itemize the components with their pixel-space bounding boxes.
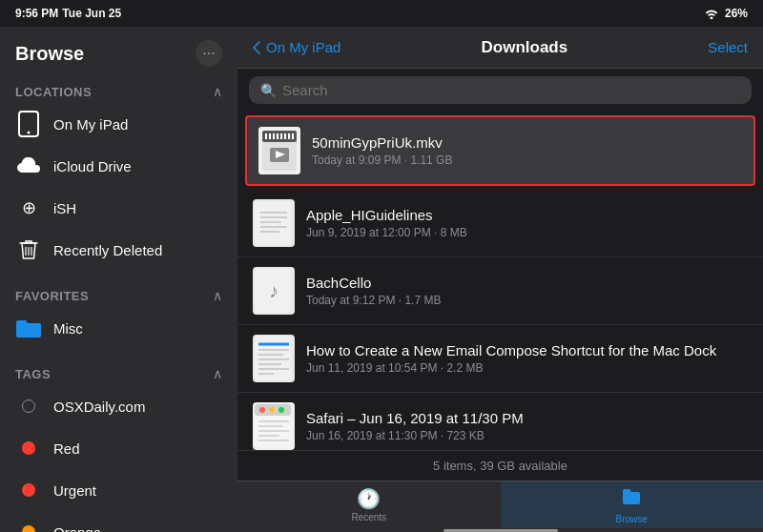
tab-bar: 🕐 Recents Browse: [237, 481, 763, 528]
urgent-label: Urgent: [53, 482, 96, 499]
file-thumbnail-apple: [253, 199, 295, 247]
file-meta-safari: Jun 16, 2019 at 11:30 PM · 723 KB: [306, 429, 748, 442]
recents-label: Recents: [351, 512, 386, 522]
status-icons: 26%: [704, 7, 748, 20]
main-layout: Browse ··· Locations ∧ On My iPad i: [0, 27, 763, 532]
search-icon: 🔍: [260, 83, 277, 98]
sidebar-more-button[interactable]: ···: [196, 40, 222, 67]
urgent-tag-icon: [15, 477, 42, 503]
tags-section-header: Tags ∧: [0, 357, 237, 385]
file-info-safari: Safari – Jun 16, 2019 at 11/30 PM Jun 16…: [306, 410, 748, 442]
date: Tue Jun 25: [62, 7, 121, 20]
svg-rect-6: [262, 131, 297, 142]
misc-folder-icon: [15, 315, 42, 341]
sidebar-item-icloud-drive[interactable]: iCloud Drive: [0, 145, 237, 187]
sidebar-item-on-my-ipad[interactable]: On My iPad: [0, 103, 237, 145]
file-item-bach[interactable]: ♪ BachCello Today at 9:12 PM · 1.7 MB: [237, 257, 763, 325]
locations-chevron-icon[interactable]: ∧: [213, 84, 222, 99]
file-thumbnail-bach: ♪: [253, 267, 295, 315]
file-thumbnail-mkv: [258, 127, 300, 174]
sidebar-item-misc[interactable]: Misc: [0, 307, 237, 349]
file-item-safari[interactable]: Safari – Jun 16, 2019 at 11/30 PM Jun 16…: [237, 393, 763, 450]
red-tag-icon: [15, 435, 42, 461]
time: 9:56 PM: [15, 7, 58, 20]
svg-text:♪: ♪: [269, 280, 278, 301]
bottom-status: 5 items, 39 GB available: [237, 450, 763, 481]
tags-chevron-icon[interactable]: ∧: [213, 366, 222, 381]
orange-tag-icon: [15, 519, 42, 532]
svg-point-35: [269, 407, 275, 413]
browse-label: Browse: [616, 514, 648, 524]
search-input-wrap[interactable]: 🔍: [249, 76, 752, 104]
file-info-bach: BachCello Today at 9:12 PM · 1.7 MB: [306, 275, 748, 307]
recently-deleted-label: Recently Deleted: [53, 242, 162, 258]
locations-label: Locations: [15, 85, 92, 99]
file-info-apple: Apple_HIGuidelines Jun 9, 2019 at 12:00 …: [306, 207, 748, 239]
browse-icon: [621, 486, 642, 512]
file-name-bach: BachCello: [306, 275, 748, 291]
sidebar-item-osxdaily[interactable]: OSXDaily.com: [0, 385, 237, 427]
file-meta-bach: Today at 9:12 PM · 1.7 MB: [306, 294, 748, 307]
red-label: Red: [53, 440, 80, 457]
icloud-icon: [15, 153, 42, 179]
tags-label: Tags: [15, 367, 51, 381]
trash-icon: [15, 236, 42, 263]
status-text: 5 items, 39 GB available: [433, 459, 567, 473]
ish-icon: ⊕: [15, 194, 42, 221]
misc-label: Misc: [53, 320, 83, 337]
on-my-ipad-label: On My iPad: [53, 116, 128, 133]
file-name-apple: Apple_HIGuidelines: [306, 207, 748, 223]
file-name-mkv: 50minGypPriUk.mkv: [312, 134, 742, 151]
svg-point-1: [28, 132, 31, 134]
sidebar-item-urgent[interactable]: Urgent: [0, 469, 237, 511]
sidebar-item-recently-deleted[interactable]: Recently Deleted: [0, 229, 237, 271]
sidebar-item-ish[interactable]: ⊕ iSH: [0, 187, 237, 229]
file-item-apple[interactable]: Apple_HIGuidelines Jun 9, 2019 at 12:00 …: [237, 190, 763, 257]
osxdaily-tag-icon: [15, 393, 42, 419]
locations-section-header: Locations ∧: [0, 74, 237, 103]
sidebar-item-orange[interactable]: Orange: [0, 511, 237, 532]
file-thumbnail-safari: [253, 402, 295, 450]
file-thumbnail-email: [253, 335, 295, 382]
home-bar: [443, 529, 558, 532]
status-time-date: 9:56 PM Tue Jun 25: [15, 7, 121, 20]
recents-icon: 🕐: [357, 487, 381, 510]
file-info-mkv: 50minGypPriUk.mkv Today at 9:09 PM · 1.1…: [312, 134, 742, 167]
icloud-drive-label: iCloud Drive: [53, 158, 132, 174]
back-button[interactable]: On My iPad: [253, 39, 340, 55]
file-item-email[interactable]: How to Create a New Email Compose Shortc…: [237, 325, 763, 393]
tab-recents[interactable]: 🕐 Recents: [237, 481, 501, 528]
search-bar: 🔍: [237, 69, 763, 112]
home-indicator: [237, 528, 763, 532]
status-bar: 9:56 PM Tue Jun 25 26%: [0, 0, 763, 27]
sidebar-item-red[interactable]: Red: [0, 427, 237, 469]
favorites-section-header: Favorites ∧: [0, 278, 237, 307]
search-input[interactable]: [282, 82, 740, 98]
file-name-email: How to Create a New Email Compose Shortc…: [306, 342, 748, 358]
sidebar: Browse ··· Locations ∧ On My iPad i: [0, 27, 237, 532]
file-list: 50minGypPriUk.mkv Today at 9:09 PM · 1.1…: [237, 112, 763, 450]
tab-browse[interactable]: Browse: [501, 481, 764, 528]
file-meta-apple: Jun 9, 2019 at 12:00 PM · 8 MB: [306, 226, 748, 239]
sidebar-header: Browse ···: [0, 27, 237, 74]
battery: 26%: [725, 7, 748, 20]
file-meta-mkv: Today at 9:09 PM · 1.11 GB: [312, 153, 742, 167]
orange-label: Orange: [53, 524, 101, 533]
osxdaily-label: OSXDaily.com: [53, 399, 145, 415]
wifi-icon: [704, 8, 719, 19]
ipad-icon: [15, 111, 42, 137]
ish-label: iSH: [53, 200, 76, 216]
file-meta-email: Jun 11, 2019 at 10:54 PM · 2.2 MB: [306, 361, 748, 375]
svg-point-34: [259, 407, 265, 413]
nav-bar: On My iPad Downloads Select: [237, 27, 763, 69]
content-area: On My iPad Downloads Select 🔍: [237, 27, 763, 532]
favorites-label: Favorites: [15, 289, 89, 303]
svg-point-36: [278, 407, 284, 413]
select-button[interactable]: Select: [708, 39, 748, 55]
file-name-safari: Safari – Jun 16, 2019 at 11/30 PM: [306, 410, 748, 426]
nav-title: Downloads: [348, 38, 700, 57]
favorites-chevron-icon[interactable]: ∧: [213, 288, 222, 303]
back-label: On My iPad: [266, 39, 340, 55]
file-item-mkv[interactable]: 50minGypPriUk.mkv Today at 9:09 PM · 1.1…: [245, 115, 755, 186]
file-info-email: How to Create a New Email Compose Shortc…: [306, 342, 748, 375]
